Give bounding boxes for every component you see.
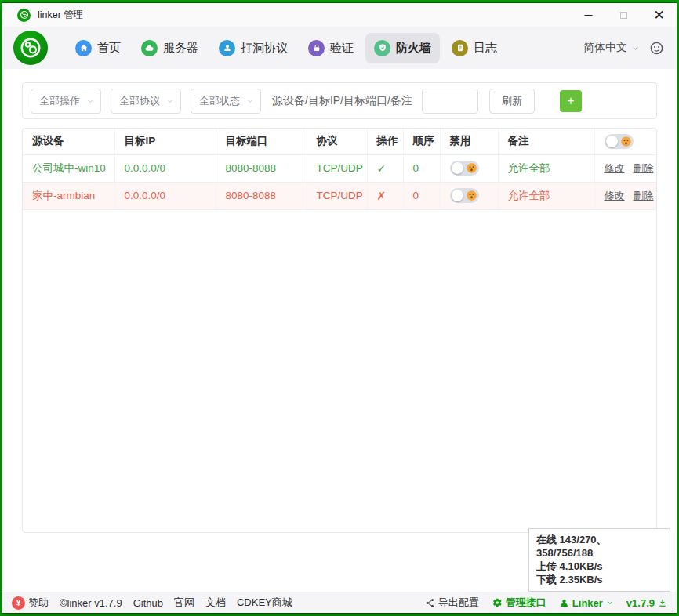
theme-face-icon[interactable] (649, 41, 664, 56)
table-header-row: 源设备 目标IP 目标端口 协议 操作 顺序 禁用 备注 (23, 129, 657, 154)
nav-item-label: 打洞协议 (241, 41, 288, 56)
cell-source: 家中-armbian (23, 182, 114, 209)
nav-item-label: 服务器 (163, 41, 198, 56)
cell-target-port: 8080-8088 (216, 182, 307, 209)
table-row: 家中-armbian 0.0.0.0/0 8080-8088 TCP/UDP ✗… (23, 182, 657, 209)
cell-disabled (440, 154, 498, 182)
chevron-down-icon (246, 97, 254, 105)
cell-order: 0 (403, 182, 440, 209)
app-window: linker 管理 ─ ✕ 首页 服务器 打洞协议 (2, 3, 677, 613)
edit-link[interactable]: 修改 (605, 190, 625, 201)
header-disable-all-toggle[interactable] (605, 134, 634, 149)
lock-icon (308, 40, 325, 56)
nav-item-auth[interactable]: 验证 (300, 33, 362, 63)
docs-link[interactable]: 文档 (205, 596, 226, 610)
nav-item-label: 日志 (474, 41, 497, 56)
search-input[interactable] (422, 89, 478, 114)
nav-item-logs[interactable]: 日志 (443, 33, 506, 63)
toggle-knob (452, 162, 463, 174)
refresh-button[interactable]: 刷新 (489, 89, 535, 114)
footer: ¥ 赞助 ©linker v1.7.9 Github 官网 文档 CDKEY商城… (2, 592, 677, 613)
nav-item-servers[interactable]: 服务器 (133, 33, 207, 63)
cell-actions: 修改删除 (594, 154, 657, 182)
language-selector[interactable]: 简体中文 (583, 41, 640, 55)
version-update[interactable]: v1.7.9 (626, 597, 667, 609)
nav-item-label: 验证 (330, 41, 354, 56)
window-title: linker 管理 (38, 9, 83, 22)
cell-disabled (440, 182, 498, 209)
gear-icon (492, 597, 503, 608)
delete-link[interactable]: 删除 (634, 190, 654, 201)
manage-api-button[interactable]: 管理接口 (492, 596, 546, 610)
nav-item-firewall[interactable]: 防火墙 (365, 33, 440, 63)
manage-api-label: 管理接口 (506, 596, 546, 610)
home-icon (75, 40, 92, 56)
search-label: 源设备/目标IP/目标端口/备注 (272, 94, 412, 108)
account-menu[interactable]: Linker (559, 597, 614, 609)
export-config-button[interactable]: 导出配置 (425, 596, 479, 610)
status-select[interactable]: 全部状态 (191, 89, 261, 114)
window-controls: ─ ✕ (571, 3, 677, 27)
allow-check-mark: ✓ (367, 154, 403, 182)
operation-select-value: 全部操作 (39, 94, 80, 108)
maximize-icon (620, 12, 627, 19)
cell-actions: 修改删除 (594, 182, 657, 209)
cell-remark: 允许全部 (498, 154, 594, 182)
header-source: 源设备 (23, 129, 114, 154)
header-protocol: 协议 (307, 129, 367, 154)
website-link[interactable]: 官网 (174, 596, 194, 610)
cell-protocol: TCP/UDP (307, 154, 367, 182)
frowning-emoji-icon (466, 162, 477, 174)
linker-logo-icon (13, 31, 48, 65)
github-link[interactable]: Github (133, 597, 163, 609)
chevron-down-icon (631, 44, 640, 53)
header-action: 操作 (367, 129, 403, 154)
navbar: 首页 服务器 打洞协议 验证 防火墙 (2, 27, 677, 69)
cell-remark: 允许全部 (498, 182, 594, 209)
log-icon (452, 40, 468, 56)
frowning-emoji-icon (466, 190, 477, 201)
chevron-down-icon (606, 599, 614, 607)
titlebar: linker 管理 ─ ✕ (2, 3, 677, 27)
language-label: 简体中文 (583, 41, 627, 55)
sponsor-link[interactable]: ¥ 赞助 (12, 596, 49, 610)
chevron-down-icon (86, 97, 94, 105)
traffic-status-box: 在线 143/270、358/756/188 上传 4.10KB/s 下载 2.… (528, 528, 670, 592)
toggle-knob (606, 136, 618, 147)
operation-select[interactable]: 全部操作 (31, 89, 101, 114)
cell-protocol: TCP/UDP (307, 182, 367, 209)
header-toggle-cell (594, 129, 657, 154)
toggle-knob (452, 190, 463, 201)
version-label: v1.7.9 (626, 597, 655, 609)
nav-item-label: 防火墙 (396, 41, 431, 56)
protocol-select-value: 全部协议 (119, 94, 160, 108)
shield-icon (374, 40, 390, 56)
maximize-button[interactable] (606, 3, 641, 27)
minimize-button[interactable]: ─ (571, 3, 606, 27)
cell-order: 0 (403, 154, 440, 182)
nav-item-home[interactable]: 首页 (67, 33, 129, 63)
sponsor-label: 赞助 (28, 596, 49, 610)
cdkey-store-link[interactable]: CDKEY商城 (237, 596, 292, 610)
nav-item-label: 首页 (97, 41, 121, 56)
close-button[interactable]: ✕ (641, 3, 677, 27)
cell-source: 公司城中-win10 (23, 154, 114, 182)
table-row: 公司城中-win10 0.0.0.0/0 8080-8088 TCP/UDP ✓… (23, 154, 657, 182)
protocol-select[interactable]: 全部协议 (111, 89, 181, 114)
copyright-text: ©linker v1.7.9 (60, 597, 122, 609)
online-count: 在线 143/270、358/756/188 (536, 533, 663, 560)
edit-link[interactable]: 修改 (605, 162, 625, 174)
navbar-right: 简体中文 (583, 41, 664, 56)
delete-link[interactable]: 删除 (634, 162, 654, 174)
add-rule-button[interactable]: + (560, 90, 582, 112)
footer-right: 导出配置 管理接口 Linker v1.7.9 (425, 596, 667, 610)
nav-item-tunnel[interactable]: 打洞协议 (210, 33, 296, 63)
rule-disable-toggle[interactable] (450, 161, 479, 176)
upload-speed: 上传 4.10KB/s (536, 560, 663, 573)
rule-disable-toggle[interactable] (450, 188, 479, 203)
share-icon (425, 598, 435, 608)
export-config-label: 导出配置 (438, 596, 479, 610)
download-speed: 下载 2.35KB/s (536, 573, 663, 586)
account-label: Linker (572, 597, 603, 609)
app-logo-icon (17, 9, 31, 22)
